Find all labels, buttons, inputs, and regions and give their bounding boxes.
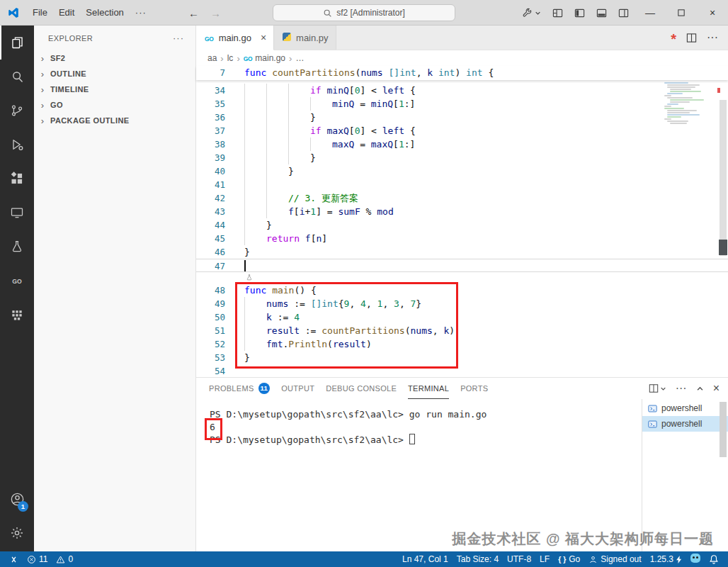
maximize-panel-icon[interactable]: [696, 385, 704, 393]
configure-icon[interactable]: [516, 0, 547, 26]
line-number[interactable]: 34: [196, 84, 235, 97]
panel-tab-output[interactable]: OUTPUT: [281, 378, 314, 399]
sidebar-section-timeline[interactable]: ›TIMELINE: [34, 82, 195, 97]
activity-item-run-debug[interactable]: [0, 128, 34, 162]
code-line-52[interactable]: 52fmt.Println(result): [196, 337, 728, 351]
terminal-output[interactable]: PS D:\mysetup\gopath\src\sf2\aa\lc> go r…: [196, 399, 642, 551]
tab-main-py[interactable]: main.py: [274, 26, 336, 50]
status-language-mode[interactable]: { }Go: [554, 551, 584, 567]
line-number[interactable]: 41: [196, 178, 235, 191]
split-terminal-icon[interactable]: [649, 383, 666, 393]
layout-sidebar-right-icon[interactable]: [613, 0, 635, 26]
menu-file[interactable]: File: [27, 5, 53, 20]
activity-item-testing[interactable]: [0, 230, 34, 264]
code-line-49[interactable]: 49nums := []int{9, 4, 1, 3, 7}: [196, 297, 728, 310]
panel-tab-debug-console[interactable]: DEBUG CONSOLE: [326, 378, 397, 399]
status-cursor-position[interactable]: Ln 47, Col 1: [399, 551, 452, 567]
line-number[interactable]: 40: [196, 164, 235, 178]
terminal-instance[interactable]: powershell: [642, 416, 728, 432]
back-icon[interactable]: ←: [188, 7, 199, 19]
status-indentation[interactable]: Tab Size: 4: [453, 551, 502, 567]
code-line-46[interactable]: 46}: [196, 245, 728, 259]
status-errors[interactable]: 11: [23, 551, 51, 567]
code-line-41[interactable]: 41: [196, 178, 728, 191]
code-line-37[interactable]: 37if maxQ[0] < left {: [196, 124, 728, 137]
menu-selection[interactable]: Selection: [80, 5, 129, 20]
more-actions-icon[interactable]: ···: [173, 33, 184, 43]
line-number[interactable]: 48: [196, 284, 235, 297]
more-actions-icon[interactable]: ···: [707, 31, 718, 44]
line-number[interactable]: 52: [196, 337, 235, 351]
code-line-51[interactable]: 51result := countPartitions(nums, k): [196, 324, 728, 337]
code-line-38[interactable]: 38maxQ = maxQ[1:]: [196, 137, 728, 151]
tab-main-go[interactable]: GOmain.go×: [196, 26, 274, 50]
sticky-scroll-line[interactable]: 7func countPartitions(nums []int, k int)…: [196, 66, 728, 80]
line-number[interactable]: 53: [196, 351, 235, 364]
activity-item-search[interactable]: [0, 60, 34, 94]
code-line-35[interactable]: 35minQ = minQ[1:]: [196, 97, 728, 111]
breadcrumb-item-main-go[interactable]: GOmain.go: [244, 53, 285, 63]
activity-item-containers[interactable]: [0, 298, 34, 332]
line-number[interactable]: 49: [196, 297, 235, 310]
forward-icon[interactable]: →: [210, 7, 221, 19]
status-account[interactable]: Signed out: [585, 551, 644, 567]
remote-indicator[interactable]: [6, 551, 22, 567]
split-editor-icon[interactable]: [686, 33, 697, 43]
maximize-icon[interactable]: [666, 0, 697, 26]
close-window-icon[interactable]: ×: [697, 0, 728, 26]
command-center-search[interactable]: sf2 [Administrator]: [273, 4, 455, 21]
code-line-45[interactable]: 45return f[n]: [196, 232, 728, 245]
sidebar-section-package-outline[interactable]: ›PACKAGE OUTLINE: [34, 113, 195, 128]
code-editor[interactable]: 34if minQ[0] < left {35minQ = minQ[1:]36…: [196, 80, 728, 377]
line-number[interactable]: 47: [196, 259, 235, 271]
panel-tab-ports[interactable]: PORTS: [460, 378, 488, 399]
breadcrumb-item-aa[interactable]: aa: [207, 53, 217, 63]
line-number[interactable]: 45: [196, 232, 235, 245]
line-number[interactable]: 37: [196, 124, 235, 137]
line-number[interactable]: 38: [196, 137, 235, 151]
code-line-40[interactable]: 40}: [196, 164, 728, 178]
code-line-42[interactable]: 42// 3. 更新答案: [196, 191, 728, 205]
activity-item-account[interactable]: 1: [0, 482, 34, 516]
code-line-53[interactable]: 53}: [196, 351, 728, 364]
code-line-39[interactable]: 39}: [196, 151, 728, 164]
sidebar-section-sf2[interactable]: ›SF2: [34, 50, 195, 66]
menu-overflow-button[interactable]: ···: [131, 7, 151, 18]
line-number[interactable]: 35: [196, 97, 235, 111]
terminal-instance[interactable]: powershell: [642, 400, 728, 416]
line-number[interactable]: 46: [196, 245, 235, 259]
more-actions-icon[interactable]: ···: [676, 382, 687, 395]
status-notifications[interactable]: [705, 551, 722, 567]
code-line-44[interactable]: 44}: [196, 218, 728, 232]
line-number[interactable]: 54: [196, 364, 235, 377]
code-line-48[interactable]: 48func main() {: [196, 284, 728, 297]
layout-sidebar-left-icon[interactable]: [569, 0, 591, 26]
menu-edit[interactable]: Edit: [53, 5, 80, 20]
status-go-version[interactable]: 1.25.3: [647, 551, 686, 567]
activity-item-source-control[interactable]: [0, 94, 34, 128]
line-number[interactable]: 43: [196, 205, 235, 218]
close-panel-icon[interactable]: ×: [713, 382, 720, 395]
panel-tab-problems[interactable]: PROBLEMS11: [209, 378, 270, 399]
code-line-54[interactable]: 54: [196, 364, 728, 377]
line-number[interactable]: 51: [196, 324, 235, 337]
status-encoding[interactable]: UTF-8: [504, 551, 535, 567]
status-eol[interactable]: LF: [536, 551, 553, 567]
activity-item-extensions[interactable]: [0, 162, 34, 196]
line-number[interactable]: 50: [196, 310, 235, 324]
close-tab-icon[interactable]: ×: [261, 32, 266, 43]
code-line-47[interactable]: 47: [196, 259, 728, 272]
code-line-50[interactable]: 50k := 4: [196, 310, 728, 324]
minimize-icon[interactable]: —: [635, 0, 666, 26]
line-number[interactable]: 42: [196, 191, 235, 205]
asterisk-icon[interactable]: *: [671, 31, 676, 44]
activity-item-explorer[interactable]: [0, 26, 34, 60]
sidebar-section-outline[interactable]: ›OUTLINE: [34, 66, 195, 82]
code-line-34[interactable]: 34if minQ[0] < left {: [196, 84, 728, 97]
breadcrumb-item-lc[interactable]: lc: [227, 53, 234, 63]
breadcrumb-item-[interactable]: …: [295, 53, 304, 63]
status-warnings[interactable]: 0: [52, 551, 76, 567]
code-line-36[interactable]: 36}: [196, 111, 728, 124]
line-number[interactable]: 36: [196, 111, 235, 124]
activity-item-go-extension[interactable]: GO: [0, 264, 34, 298]
